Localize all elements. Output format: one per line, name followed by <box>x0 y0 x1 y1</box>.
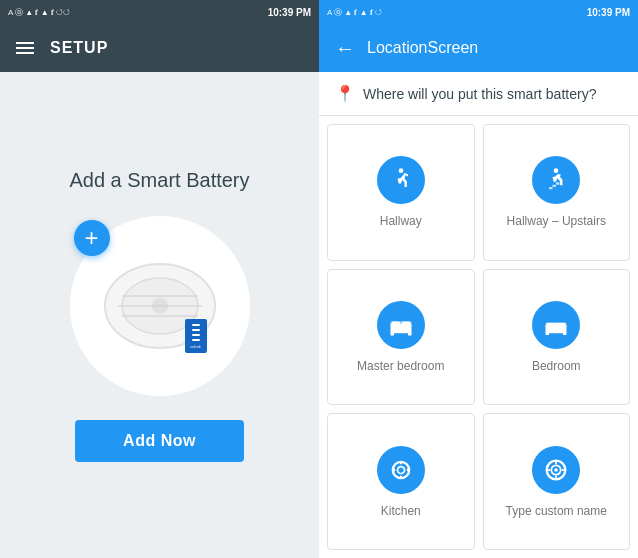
kitchen-icon-circle <box>377 446 425 494</box>
svg-rect-9 <box>192 334 200 336</box>
master-bedroom-label: Master bedroom <box>357 359 444 373</box>
hallway-icon-circle <box>377 156 425 204</box>
smoke-detector-image: cobalt <box>90 251 230 361</box>
hamburger-menu[interactable] <box>16 42 34 54</box>
grid-item-bedroom[interactable]: Bedroom <box>483 269 631 406</box>
master-bed-icon <box>387 311 415 339</box>
left-toolbar-title: SETUP <box>50 39 108 57</box>
right-panel: A ⓐ ▲ 𝐟 ▲ 𝐟 ↺ 10:39 PM ← LocationScreen … <box>319 0 638 558</box>
kitchen-label: Kitchen <box>381 504 421 518</box>
status-bar-right: A ⓐ ▲ 𝐟 ▲ 𝐟 ↺ 10:39 PM <box>319 0 638 24</box>
location-grid: Hallway Hallway – Upstairs <box>319 116 638 558</box>
custom-icon-circle <box>532 446 580 494</box>
svg-point-26 <box>397 466 404 473</box>
left-content: Add a Smart Battery <box>0 72 319 558</box>
pin-icon: 📍 <box>335 84 355 103</box>
custom-icon <box>542 456 570 484</box>
grid-item-hallway[interactable]: Hallway <box>327 124 475 261</box>
hallway-upstairs-label: Hallway – Upstairs <box>507 214 606 228</box>
svg-rect-16 <box>391 321 399 325</box>
svg-rect-10 <box>192 339 200 341</box>
svg-point-13 <box>554 169 559 174</box>
right-toolbar-title: LocationScreen <box>367 39 478 57</box>
svg-point-25 <box>393 461 409 477</box>
left-panel: A ⓐ ▲ 𝐟 ▲ 𝐟 ↺↺ 10:39 PM SETUP Add a Smar… <box>0 0 319 558</box>
bed-icon <box>542 311 570 339</box>
time-right: 10:39 PM <box>587 7 630 18</box>
right-toolbar: ← LocationScreen <box>319 24 638 72</box>
bedroom-label: Bedroom <box>532 359 581 373</box>
svg-rect-18 <box>390 332 394 336</box>
time-left: 10:39 PM <box>268 7 311 18</box>
back-button[interactable]: ← <box>335 37 355 60</box>
stairs-icon <box>542 166 570 194</box>
left-toolbar: SETUP <box>0 24 319 72</box>
svg-rect-22 <box>547 323 566 327</box>
add-smart-battery-title: Add a Smart Battery <box>69 169 249 192</box>
grid-item-custom[interactable]: Type custom name <box>483 413 631 550</box>
master-bedroom-icon-circle <box>377 301 425 349</box>
hallway-label: Hallway <box>380 214 422 228</box>
location-question: Where will you put this smart battery? <box>363 86 596 102</box>
svg-point-12 <box>398 169 403 174</box>
svg-text:cobalt: cobalt <box>190 344 202 349</box>
walk-icon <box>387 166 415 194</box>
plus-button[interactable]: + <box>74 220 110 256</box>
location-header: 📍 Where will you put this smart battery? <box>319 72 638 116</box>
svg-rect-17 <box>402 321 410 325</box>
status-icons-right: A ⓐ ▲ 𝐟 ▲ 𝐟 ↺ <box>327 7 382 18</box>
svg-rect-24 <box>563 332 567 335</box>
svg-point-33 <box>555 468 559 472</box>
svg-rect-23 <box>546 332 550 335</box>
hallway-upstairs-icon-circle <box>532 156 580 204</box>
bedroom-icon-circle <box>532 301 580 349</box>
add-now-button[interactable]: Add Now <box>75 420 244 462</box>
svg-rect-8 <box>192 329 200 331</box>
grid-item-master-bedroom[interactable]: Master bedroom <box>327 269 475 406</box>
svg-rect-7 <box>192 324 200 326</box>
custom-label: Type custom name <box>506 504 607 518</box>
status-icons-left: A ⓐ ▲ 𝐟 ▲ 𝐟 ↺↺ <box>8 7 70 18</box>
svg-rect-19 <box>408 332 412 336</box>
grid-item-hallway-upstairs[interactable]: Hallway – Upstairs <box>483 124 631 261</box>
device-image-container: cobalt + <box>70 216 250 396</box>
status-bar-left: A ⓐ ▲ 𝐟 ▲ 𝐟 ↺↺ 10:39 PM <box>0 0 319 24</box>
grid-item-kitchen[interactable]: Kitchen <box>327 413 475 550</box>
kitchen-icon <box>387 456 415 484</box>
